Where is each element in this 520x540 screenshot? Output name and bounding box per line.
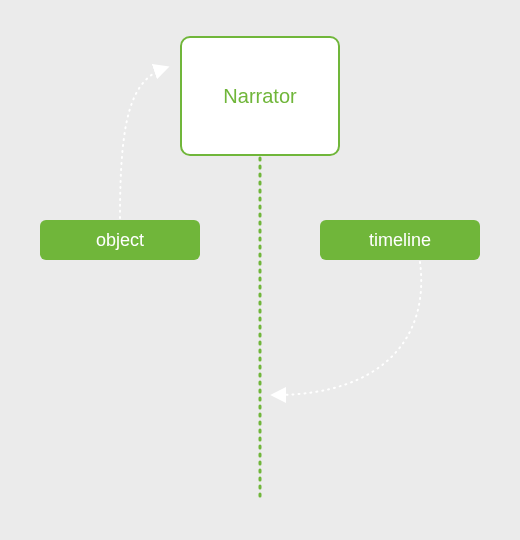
- node-timeline-label: timeline: [369, 230, 431, 251]
- diagram-canvas: Narrator object timeline: [0, 0, 520, 540]
- node-object-label: object: [96, 230, 144, 251]
- node-object[interactable]: object: [40, 220, 200, 260]
- node-timeline[interactable]: timeline: [320, 220, 480, 260]
- connector-object-to-narrator: [120, 68, 165, 218]
- node-narrator-label: Narrator: [223, 85, 296, 108]
- connector-timeline-to-axis: [275, 262, 421, 395]
- node-narrator[interactable]: Narrator: [180, 36, 340, 156]
